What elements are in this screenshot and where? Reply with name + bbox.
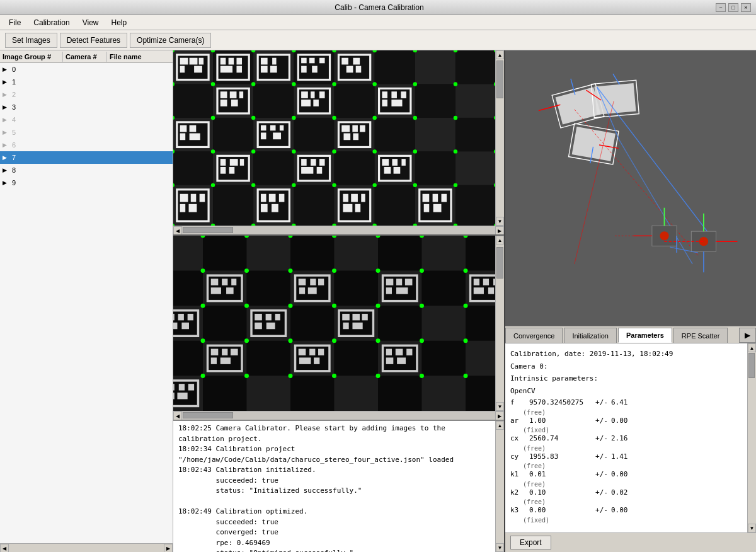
svg-rect-206 — [343, 194, 348, 202]
svg-rect-216 — [424, 204, 430, 212]
svg-rect-65 — [319, 58, 325, 64]
svg-rect-304 — [352, 314, 360, 320]
svg-point-87 — [332, 82, 336, 86]
svg-rect-158 — [270, 125, 276, 131]
tab-rpe-scatter[interactable]: RPE Scatter — [673, 328, 728, 343]
svg-rect-154 — [190, 134, 200, 141]
svg-rect-16 — [455, 84, 495, 117]
3d-view — [505, 50, 756, 326]
col-group: Image Group # — [0, 52, 63, 62]
scroll-left-b[interactable]: ◀ — [173, 411, 182, 420]
menu-view[interactable]: View — [76, 17, 105, 28]
log-line: succeeded: true — [178, 476, 490, 486]
svg-rect-277 — [405, 279, 413, 285]
optimize-cameras-button[interactable]: Optimize Camera(s) — [130, 33, 211, 48]
svg-rect-319 — [318, 349, 324, 355]
scroll-left-arrow[interactable]: ◀ — [0, 544, 9, 552]
svg-rect-193 — [191, 194, 197, 202]
svg-rect-276 — [396, 279, 402, 285]
set-images-button[interactable]: Set Images — [5, 33, 57, 48]
log-vscrollbar[interactable]: ▲ ▼ — [495, 421, 504, 552]
param-err-cx: 2.16 — [611, 434, 643, 444]
list-item[interactable]: ▶2 — [0, 88, 173, 101]
svg-point-90 — [454, 82, 457, 86]
list-item[interactable]: ▶0 — [0, 63, 173, 76]
log-line: succeeded: true — [178, 517, 490, 528]
left-horizontal-scrollbar[interactable]: ◀ ▶ — [0, 543, 173, 552]
list-item[interactable]: ▶6 — [0, 139, 173, 151]
svg-point-367 — [332, 338, 336, 343]
list-item[interactable]: ▶5 — [0, 126, 173, 139]
tab-more-button[interactable]: ▶ — [739, 328, 756, 343]
log-scroll-up[interactable]: ▲ — [496, 421, 504, 430]
params-vscrollbar[interactable]: ▲ ▼ — [747, 343, 756, 532]
scroll-up-arrow[interactable]: ▲ — [496, 50, 504, 59]
params-scroll-thumb[interactable] — [748, 353, 755, 378]
svg-point-359 — [376, 304, 381, 308]
svg-rect-53 — [220, 66, 232, 73]
log-line: 18:02:49 Calibration optimized. — [178, 507, 490, 517]
h-thumb[interactable] — [183, 227, 233, 233]
tab-convergence[interactable]: Convergence — [505, 328, 563, 343]
svg-point-105 — [332, 149, 336, 153]
export-button[interactable]: Export — [510, 536, 551, 549]
scroll-right-b[interactable]: ▶ — [495, 411, 504, 420]
bottom-image-vscrollbar[interactable]: ▲ ▼ — [495, 236, 504, 411]
svg-rect-241 — [422, 306, 466, 341]
bottom-image-hscrollbar[interactable]: ◀ ▶ — [173, 411, 504, 420]
param-err-k3: 0.00 — [611, 505, 643, 516]
scroll-right-arrow[interactable]: ▶ — [164, 544, 173, 552]
tab-parameters[interactable]: Parameters — [618, 328, 672, 343]
detect-features-button[interactable]: Detect Features — [60, 33, 127, 48]
svg-rect-7 — [415, 50, 455, 84]
svg-rect-22 — [375, 118, 415, 151]
svg-rect-202 — [261, 204, 268, 212]
svg-rect-47 — [194, 66, 202, 73]
scroll-down-arrow[interactable]: ▼ — [496, 217, 504, 226]
tab-initialization[interactable]: Initialization — [564, 328, 616, 343]
top-image-vscrollbar[interactable]: ▲ ▼ — [495, 50, 504, 226]
scroll-thumb-b[interactable] — [496, 247, 503, 279]
svg-rect-51 — [229, 58, 234, 65]
scroll-up[interactable]: ▲ — [496, 236, 504, 244]
params-scroll-down[interactable]: ▼ — [748, 524, 756, 532]
svg-rect-208 — [361, 194, 365, 202]
svg-rect-161 — [273, 132, 281, 139]
list-item[interactable]: ▶3 — [0, 101, 173, 113]
list-item[interactable]: ▶9 — [0, 176, 173, 189]
params-scroll-up[interactable]: ▲ — [748, 343, 756, 352]
svg-rect-292 — [173, 323, 177, 329]
svg-point-88 — [372, 82, 376, 86]
scroll-left[interactable]: ◀ — [173, 226, 182, 235]
maximize-button[interactable]: □ — [728, 3, 738, 12]
scroll-down[interactable]: ▼ — [496, 402, 504, 411]
svg-rect-317 — [299, 349, 306, 355]
list-item[interactable]: ▶4 — [0, 113, 173, 126]
svg-rect-225 — [422, 236, 466, 271]
scroll-thumb[interactable] — [496, 60, 503, 98]
menu-calibration[interactable]: Calibration — [27, 17, 76, 28]
top-image-hscrollbar[interactable]: ◀ ▶ — [173, 226, 504, 234]
svg-rect-233 — [422, 271, 466, 306]
svg-rect-27 — [253, 151, 294, 185]
menu-file[interactable]: File — [3, 17, 27, 28]
svg-point-368 — [376, 338, 381, 343]
log-scroll-down[interactable]: ▼ — [496, 543, 504, 552]
svg-rect-207 — [351, 194, 358, 202]
svg-rect-70 — [341, 58, 348, 65]
close-button[interactable]: × — [741, 3, 751, 12]
param-name-ar: ar — [510, 416, 529, 427]
h-thumb-b[interactable] — [183, 412, 233, 418]
svg-rect-245 — [247, 341, 291, 376]
param-sub-k2: (free) — [523, 498, 742, 505]
list-item[interactable]: ▶8 — [0, 164, 173, 176]
menu-help[interactable]: Help — [105, 17, 134, 28]
scroll-right[interactable]: ▶ — [495, 226, 504, 235]
list-item-selected[interactable]: ▶7 — [0, 151, 173, 164]
svg-rect-73 — [356, 66, 362, 73]
svg-point-99 — [454, 116, 457, 120]
list-item[interactable]: ▶1 — [0, 76, 173, 88]
menubar: File Calibration View Help — [0, 15, 756, 30]
minimize-button[interactable]: − — [716, 3, 726, 12]
param-pm-k3: +/- — [592, 505, 611, 516]
